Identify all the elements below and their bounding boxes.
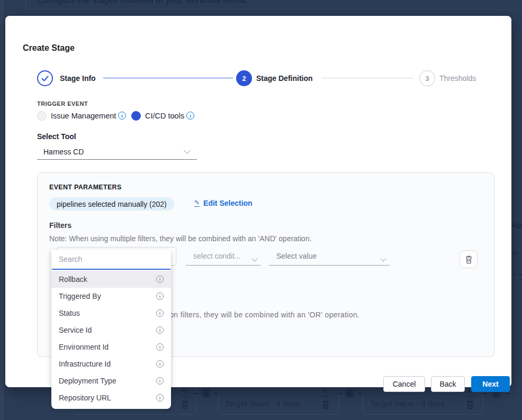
trash-icon — [321, 400, 330, 409]
background-divider-vertical — [25, 0, 26, 10]
tool-select[interactable]: Harness CD — [37, 145, 197, 160]
dropdown-search — [52, 250, 170, 271]
background-divider-horizontal — [25, 9, 522, 10]
delete-filter-button[interactable] — [460, 250, 478, 268]
dropdown-item-service-id[interactable]: Service Idi — [51, 322, 171, 339]
step-label-stage-info: Stage Info — [60, 74, 96, 83]
radio-label-issue-management[interactable]: Issue Management — [51, 112, 116, 120]
background-sidebar-strip — [0, 0, 4, 420]
property-dropdown-panel: Rollbacki Triggered Byi Statusi Service … — [51, 250, 171, 409]
dropdown-item-infrastructure-id[interactable]: Infrastructure Idi — [51, 355, 171, 372]
background-dashed-connector — [482, 393, 487, 394]
select-tool-label: Select Tool — [37, 132, 76, 141]
next-button[interactable]: Next — [471, 376, 510, 392]
info-icon: i — [156, 360, 164, 368]
radio-label-cicd-tools[interactable]: CI/CD tools — [145, 112, 184, 120]
add-stage-icon: + — [344, 388, 355, 399]
radio-cicd-tools[interactable] — [131, 111, 141, 121]
value-select-placeholder: Select value — [276, 252, 317, 260]
info-icon[interactable]: i — [186, 112, 194, 120]
chevron-down-icon — [184, 147, 191, 154]
info-icon: i — [156, 394, 164, 401]
edit-icon: ✎ — [194, 199, 200, 207]
info-icon: i — [156, 343, 164, 351]
dropdown-item-environment-id[interactable]: Environment Idi — [51, 339, 171, 355]
step-upcoming-indicator: 3 — [419, 70, 435, 86]
dropdown-item-deployment-type[interactable]: Deployment Typei — [51, 372, 171, 389]
search-input[interactable] — [52, 250, 170, 270]
info-icon: i — [156, 276, 164, 283]
edit-selection-label: Edit Selection — [203, 199, 253, 207]
background-dashed-connector — [358, 393, 363, 394]
add-stage-icon: + — [200, 388, 212, 399]
chevron-down-icon — [253, 253, 257, 263]
radio-issue-management[interactable] — [37, 111, 47, 121]
condition-select-placeholder: select condit... — [193, 252, 241, 260]
info-icon[interactable]: i — [118, 112, 126, 120]
dropdown-item-repository-url[interactable]: Repository URLi — [51, 389, 171, 406]
dropdown-item-list: Rollbacki Triggered Byi Statusi Service … — [51, 271, 171, 406]
edit-selection-link[interactable]: ✎ Edit Selection — [194, 199, 253, 207]
step-active-indicator: 2 — [236, 70, 252, 86]
cancel-button[interactable]: Cancel — [383, 376, 425, 392]
background-text-fragment: Ap — [511, 221, 521, 230]
info-icon: i — [156, 326, 164, 334]
modal-title: Create Stage — [23, 43, 75, 53]
background-text-fragment: et — [512, 249, 518, 257]
tool-select-value: Harness CD — [43, 148, 84, 156]
info-icon: i — [156, 293, 164, 300]
trash-icon — [465, 255, 473, 264]
dropdown-item-status[interactable]: Statusi — [51, 305, 171, 322]
dropdown-item-triggered-by[interactable]: Triggered Byi — [51, 288, 171, 305]
edit-icon: ✎ — [321, 388, 330, 397]
background-dashed-connector — [194, 393, 199, 394]
background-dashed-connector — [506, 393, 510, 394]
check-icon — [41, 76, 49, 81]
chevron-down-icon — [381, 253, 385, 263]
background-page-subtitle: Configure the stages involved in your wo… — [37, 0, 248, 5]
background-dashed-connector — [512, 274, 522, 275]
background-card-label: Target Value - 4 days — [370, 399, 445, 408]
trash-icon — [181, 400, 189, 409]
condition-select[interactable]: select condit... — [186, 247, 261, 266]
event-parameters-heading: EVENT PARAMETERS — [49, 184, 122, 191]
stepper-connector — [322, 78, 413, 78]
screen: Configure the stages involved in your wo… — [0, 0, 522, 420]
step-label-stage-definition: Stage Definition — [256, 74, 313, 83]
trash-icon — [466, 400, 474, 409]
step-complete-indicator — [37, 70, 53, 86]
stepper-connector — [103, 78, 233, 78]
back-button[interactable]: Back — [431, 376, 465, 392]
info-icon: i — [156, 377, 164, 385]
value-select[interactable]: Select value — [269, 247, 390, 266]
dropdown-item-rollback[interactable]: Rollbacki — [51, 271, 171, 288]
trigger-event-label: TRIGGER EVENT — [37, 101, 88, 107]
step-label-thresholds: Thresholds — [439, 74, 476, 83]
background-dashed-connector — [338, 393, 343, 394]
edit-icon: ✎ — [181, 388, 189, 397]
filters-heading: Filters — [49, 221, 71, 230]
selection-pill: pipelines selected manually (202) — [49, 197, 174, 211]
filters-note: Note: When using multiple filters, they … — [49, 234, 312, 243]
info-icon: i — [156, 309, 164, 317]
background-card-label: Target Value - 4 days — [225, 399, 300, 408]
